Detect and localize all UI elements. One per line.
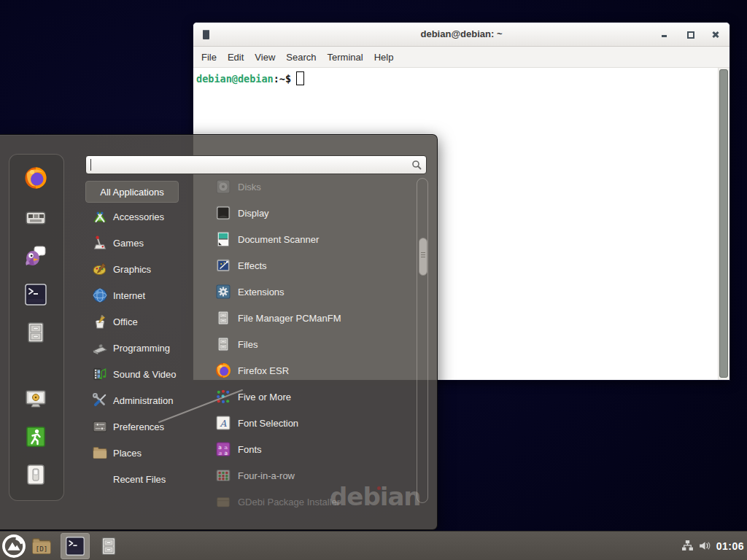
terminal-menu-view[interactable]: View bbox=[255, 52, 275, 63]
sidebar-item-shutdown[interactable] bbox=[24, 463, 47, 486]
terminal-scrollbar-thumb[interactable] bbox=[719, 69, 728, 378]
volume-icon[interactable] bbox=[698, 540, 711, 552]
games-icon bbox=[92, 235, 108, 251]
programming-icon bbox=[92, 340, 108, 356]
category-label: Internet bbox=[113, 290, 145, 301]
app-five-or-more[interactable]: Five or More bbox=[206, 384, 411, 410]
screensaver-icon bbox=[24, 387, 47, 411]
app-gdebi-package-installer[interactable]: GDebi Package Installer bbox=[206, 489, 411, 515]
taskbar-terminal[interactable] bbox=[61, 533, 90, 559]
search-input[interactable] bbox=[85, 155, 427, 174]
app-file-manager-pcmanfm[interactable]: File Manager PCManFM bbox=[206, 305, 411, 331]
category-office[interactable]: Office bbox=[85, 308, 209, 335]
terminal-dark-icon bbox=[24, 283, 47, 306]
sidebar-item-firefox[interactable] bbox=[24, 166, 47, 190]
app-label: Five or More bbox=[238, 392, 291, 402]
terminal-menu-search[interactable]: Search bbox=[286, 52, 316, 63]
category-list: AccessoriesGamesGraphicsInternetOfficePr… bbox=[85, 203, 209, 492]
document-scanner-icon bbox=[215, 231, 231, 247]
terminal-cursor bbox=[296, 71, 304, 85]
all-applications-label: All Applications bbox=[100, 187, 163, 198]
window-controls bbox=[661, 23, 719, 46]
four-in-a-row-icon bbox=[215, 467, 231, 483]
network-icon[interactable] bbox=[681, 540, 694, 552]
terminal-dark-icon bbox=[65, 536, 85, 556]
sidebar-item-logout[interactable] bbox=[24, 425, 47, 448]
category-games[interactable]: Games bbox=[85, 230, 209, 256]
category-label: Programming bbox=[113, 343, 170, 354]
app-label: Four-in-a-row bbox=[238, 470, 295, 481]
minimize-button[interactable] bbox=[661, 31, 668, 38]
app-label: Effects bbox=[238, 260, 267, 271]
app-label: GDebi Package Installer bbox=[238, 497, 340, 508]
category-preferences[interactable]: Preferences bbox=[85, 413, 209, 440]
graphics-icon bbox=[92, 261, 108, 277]
all-applications-button[interactable]: All Applications bbox=[85, 181, 179, 203]
app-label: Files bbox=[238, 339, 258, 350]
sidebar-item-lock-screen[interactable] bbox=[24, 387, 47, 411]
blank-icon bbox=[92, 471, 108, 487]
app-display[interactable]: Display bbox=[206, 200, 411, 226]
terminal-menu-help[interactable]: Help bbox=[374, 52, 394, 63]
category-internet[interactable]: Internet bbox=[85, 282, 209, 308]
taskbar: [D] 01:06 bbox=[0, 531, 747, 560]
administration-icon bbox=[92, 392, 108, 408]
category-label: Games bbox=[113, 238, 144, 249]
system-tray: 01:06 bbox=[681, 532, 744, 560]
file-cabinet-icon bbox=[215, 310, 231, 326]
prompt-user-host: debian@debian bbox=[196, 73, 274, 85]
app-firefox-esr[interactable]: Firefox ESR bbox=[206, 357, 411, 384]
app-effects[interactable]: Effects bbox=[206, 252, 411, 279]
maximize-button[interactable] bbox=[686, 31, 694, 38]
shutdown-icon bbox=[24, 463, 47, 486]
app-extensions[interactable]: Extensions bbox=[206, 279, 411, 305]
disks-icon bbox=[215, 179, 231, 195]
fonts-icon: aaaa bbox=[215, 441, 231, 457]
category-label: Graphics bbox=[113, 264, 151, 275]
terminal-titlebar[interactable]: debian@debian: ~ bbox=[193, 23, 729, 47]
category-recent-files[interactable]: Recent Files bbox=[85, 466, 209, 492]
category-label: Recent Files bbox=[113, 474, 166, 485]
app-list-scrollbar[interactable] bbox=[417, 178, 428, 503]
maximize-icon bbox=[687, 31, 694, 39]
category-label: Accessories bbox=[113, 211, 164, 222]
font-selection-icon: A bbox=[215, 415, 231, 431]
category-sound-video[interactable]: Sound & Video bbox=[85, 361, 209, 387]
app-four-in-a-row[interactable]: Four-in-a-row bbox=[206, 462, 411, 489]
terminal-menu-file[interactable]: File bbox=[201, 52, 217, 63]
sidebar-item-terminal[interactable] bbox=[24, 283, 47, 306]
category-graphics[interactable]: Graphics bbox=[85, 256, 209, 282]
search-caret bbox=[90, 159, 91, 171]
app-document-scanner[interactable]: Document Scanner bbox=[206, 226, 411, 252]
file-cabinet-icon bbox=[24, 321, 47, 344]
app-label: Font Selection bbox=[238, 418, 298, 429]
taskbar-menu-button[interactable] bbox=[1, 534, 26, 559]
firefox-icon bbox=[24, 166, 47, 190]
app-disks[interactable]: Disks bbox=[206, 174, 411, 200]
svg-text:A: A bbox=[220, 419, 228, 429]
taskbar-file-manager[interactable]: [D] bbox=[31, 535, 53, 557]
terminal-menu-edit[interactable]: Edit bbox=[228, 52, 244, 63]
terminal-scrollbar[interactable] bbox=[718, 68, 729, 380]
sidebar-item-control-center[interactable] bbox=[24, 206, 47, 230]
terminal-menu-terminal[interactable]: Terminal bbox=[328, 52, 363, 63]
app-files[interactable]: Files bbox=[206, 331, 411, 357]
app-fonts[interactable]: aaaaFonts bbox=[206, 436, 411, 462]
app-font-selection[interactable]: AFont Selection bbox=[206, 410, 411, 436]
sidebar-item-pidgin[interactable] bbox=[24, 244, 47, 268]
internet-icon bbox=[92, 287, 108, 303]
svg-text:[D]: [D] bbox=[36, 545, 48, 553]
category-places[interactable]: Places bbox=[85, 440, 209, 466]
category-programming[interactable]: Programming bbox=[85, 335, 209, 361]
sidebar-item-file-manager[interactable] bbox=[24, 321, 47, 344]
close-button[interactable] bbox=[712, 31, 719, 38]
folder-debian-icon: [D] bbox=[31, 535, 53, 557]
category-administration[interactable]: Administration bbox=[85, 387, 209, 413]
taskbar-file-cabinet[interactable] bbox=[98, 536, 119, 556]
category-accessories[interactable]: Accessories bbox=[85, 203, 209, 230]
app-label: Display bbox=[238, 208, 269, 219]
svg-text:a: a bbox=[218, 450, 222, 456]
app-list-scrollbar-thumb[interactable] bbox=[419, 238, 427, 276]
clock: 01:06 bbox=[715, 540, 744, 552]
terminal-menubar: FileEditViewSearchTerminalHelp bbox=[193, 47, 729, 68]
